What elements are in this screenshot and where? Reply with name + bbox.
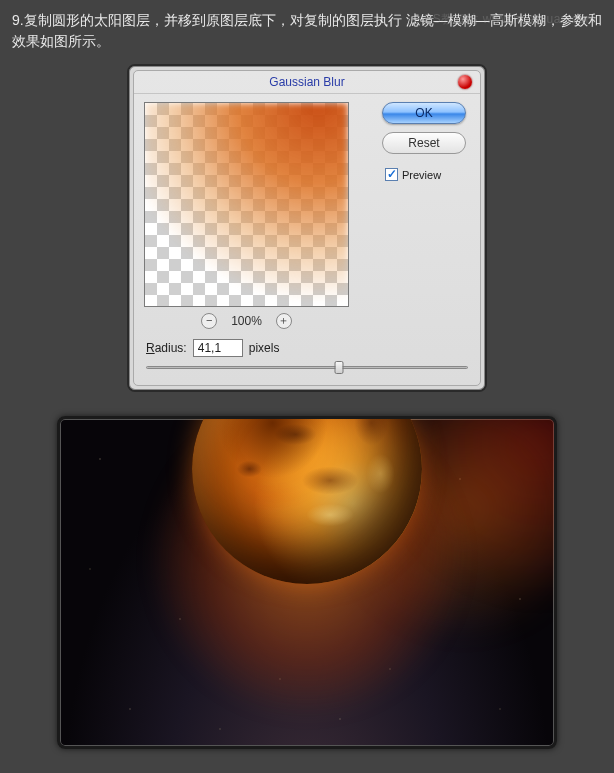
- reset-button[interactable]: Reset: [382, 132, 466, 154]
- preview-checkbox-row[interactable]: Preview: [385, 168, 470, 181]
- radius-label: Radius:: [146, 341, 187, 355]
- gaussian-blur-dialog: Gaussian Blur − 100% ＋ OK Reset: [127, 64, 487, 392]
- step-instruction: 9.复制圆形的太阳图层，并移到原图层底下，对复制的图层执行 滤镜—模糊—高斯模糊…: [0, 0, 614, 58]
- preview-image[interactable]: [144, 102, 349, 307]
- result-image: [57, 416, 557, 749]
- radius-slider[interactable]: [146, 359, 468, 375]
- preview-label: Preview: [402, 169, 441, 181]
- dialog-inner: Gaussian Blur − 100% ＋ OK Reset: [133, 70, 481, 386]
- radius-row: Radius: 41,1 pixels: [134, 333, 480, 359]
- close-icon[interactable]: [458, 75, 472, 89]
- zoom-in-button[interactable]: ＋: [276, 313, 292, 329]
- dialog-titlebar: Gaussian Blur: [134, 71, 480, 94]
- slider-thumb[interactable]: [335, 361, 344, 374]
- preview-checkbox[interactable]: [385, 168, 398, 181]
- dialog-title: Gaussian Blur: [269, 75, 344, 89]
- zoom-level: 100%: [231, 314, 262, 328]
- radius-unit: pixels: [249, 341, 280, 355]
- watermark-text: PS教程站 www.missyuan.com: [424, 10, 596, 28]
- zoom-controls: − 100% ＋: [144, 313, 349, 329]
- radius-input[interactable]: 41,1: [193, 339, 243, 357]
- preview-gradient: [145, 103, 348, 306]
- radius-slider-row: [134, 359, 480, 385]
- ok-button[interactable]: OK: [382, 102, 466, 124]
- zoom-out-button[interactable]: −: [201, 313, 217, 329]
- preview-column: − 100% ＋: [144, 102, 349, 329]
- controls-column: OK Reset Preview: [349, 102, 470, 329]
- dialog-body: − 100% ＋ OK Reset Preview: [134, 94, 480, 333]
- slider-track-line: [146, 366, 468, 369]
